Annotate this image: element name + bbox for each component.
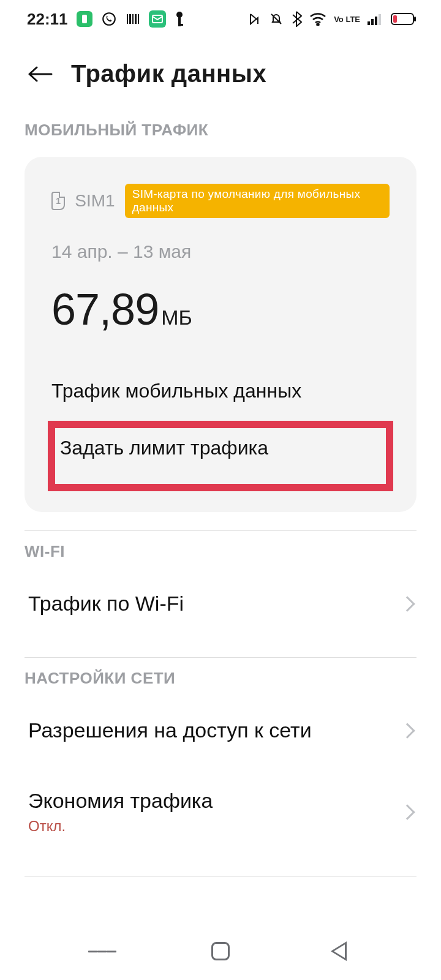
- svg-rect-14: [375, 17, 377, 25]
- usage-date-range: 14 апр. – 13 мая: [51, 241, 390, 262]
- sim-row: 1 SIM1 SIM-карта по умолчанию для мобиль…: [51, 184, 390, 218]
- recents-button[interactable]: [88, 937, 116, 965]
- volte-icon: Vo LTE: [334, 15, 360, 23]
- sim-usage-card: 1 SIM1 SIM-карта по умолчанию для мобиль…: [24, 157, 417, 512]
- chevron-right-icon: [399, 596, 415, 611]
- signal-icon: [368, 13, 383, 25]
- chevron-right-icon: [399, 723, 415, 738]
- whatsapp-icon: [101, 11, 117, 27]
- dnd-bell-icon: [269, 12, 284, 26]
- status-right: Vo LTE: [247, 11, 417, 27]
- network-permissions-row[interactable]: Разрешения на доступ к сети: [0, 695, 441, 766]
- data-saver-row[interactable]: Экономия трафика Откл.: [0, 766, 441, 858]
- chevron-right-icon: [399, 804, 415, 820]
- mobile-traffic-link[interactable]: Трафик мобильных данных: [51, 380, 390, 402]
- back-button[interactable]: [28, 62, 53, 86]
- battery-icon: [391, 12, 417, 26]
- svg-rect-2: [127, 14, 128, 24]
- svg-rect-18: [393, 15, 397, 23]
- svg-rect-17: [414, 17, 416, 21]
- nfc-icon: [247, 12, 262, 26]
- section-wifi-label: WI-FI: [0, 531, 441, 568]
- usage-unit: МБ: [161, 306, 192, 330]
- usage-value: 67,89: [51, 284, 159, 334]
- set-traffic-limit-link[interactable]: Задать лимит трафика: [60, 437, 381, 459]
- data-saver-state: Откл.: [28, 818, 213, 835]
- sim-icon: 1: [51, 192, 65, 210]
- svg-rect-12: [368, 21, 370, 25]
- page-title: Трафик данных: [71, 60, 266, 88]
- status-bar: 22:11 Vo LTE: [0, 0, 441, 38]
- default-sim-badge: SIM-карта по умолчанию для мобильных дан…: [125, 184, 390, 218]
- bluetooth-icon: [291, 11, 302, 27]
- back-nav-button[interactable]: [325, 937, 353, 965]
- sim-label: SIM1: [75, 191, 115, 211]
- app-header: Трафик данных: [0, 38, 441, 110]
- network-permissions-title: Разрешения на доступ к сети: [28, 718, 312, 742]
- svg-rect-6: [138, 14, 139, 24]
- wifi-traffic-row[interactable]: Трафик по Wi-Fi: [0, 568, 441, 639]
- svg-rect-15: [379, 14, 381, 25]
- divider: [24, 876, 417, 877]
- status-left: 22:11: [27, 10, 184, 29]
- status-time: 22:11: [27, 10, 68, 29]
- svg-point-1: [103, 13, 115, 25]
- svg-rect-3: [129, 14, 131, 24]
- svg-point-11: [317, 24, 319, 26]
- battery-app-icon: [77, 11, 92, 27]
- wifi-traffic-title: Трафик по Wi-Fi: [28, 592, 184, 616]
- svg-rect-4: [132, 14, 134, 24]
- usage-amount: 67,89 МБ: [51, 284, 390, 334]
- section-network-label: НАСТРОЙКИ СЕТИ: [0, 658, 441, 695]
- data-saver-title: Экономия трафика: [28, 789, 213, 813]
- system-nav-bar: [0, 937, 441, 965]
- svg-rect-10: [178, 24, 183, 26]
- svg-rect-13: [371, 19, 374, 25]
- section-mobile-label: МОБИЛЬНЫЙ ТРАФИК: [0, 110, 441, 147]
- mail-icon: [149, 10, 166, 28]
- home-button[interactable]: [206, 937, 235, 965]
- highlight-annotation: Задать лимит трафика: [48, 421, 393, 491]
- svg-rect-0: [82, 15, 87, 23]
- wifi-icon: [309, 12, 326, 26]
- barcode-icon: [126, 12, 140, 26]
- svg-rect-5: [135, 14, 137, 24]
- key-icon: [175, 10, 184, 28]
